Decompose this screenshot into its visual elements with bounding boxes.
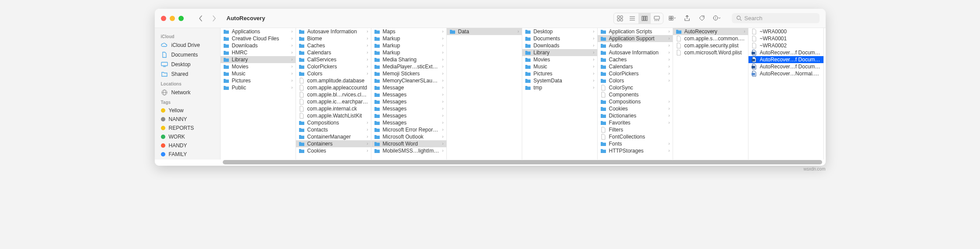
list-item[interactable]: Documents›	[522, 35, 597, 42]
list-item[interactable]: Colors›	[296, 70, 371, 77]
list-item[interactable]: Compositions›	[296, 119, 371, 126]
list-item[interactable]: Calendars›	[598, 63, 673, 70]
list-item[interactable]: ColorPickers›	[296, 63, 371, 70]
list-item[interactable]: Caches›	[296, 42, 371, 49]
list-item[interactable]: Containers›	[296, 140, 371, 147]
list-item[interactable]: Movies›	[522, 56, 597, 63]
list-item[interactable]: MobileSMSS…lightImporter›	[371, 147, 446, 154]
list-item[interactable]: Calendars›	[296, 49, 371, 56]
list-item[interactable]: Contacts›	[296, 126, 371, 133]
list-item[interactable]: Public›	[221, 84, 296, 91]
list-item[interactable]: tmp›	[522, 84, 597, 91]
list-item[interactable]: ~WRA0000	[748, 28, 823, 35]
list-item[interactable]: ~WRA0002	[748, 42, 823, 49]
list-item[interactable]: Pictures›	[221, 77, 296, 84]
list-item[interactable]: Messages›	[371, 105, 446, 112]
list-item[interactable]: ColorSync	[598, 84, 673, 91]
sidebar[interactable]: iCloudiCloud DriveDocumentsDesktopShared…	[155, 28, 221, 160]
list-item[interactable]: Movies›	[221, 63, 296, 70]
list-item[interactable]: Autosave Information›	[598, 49, 673, 56]
list-item[interactable]: Microsoft Error Reporting›	[371, 126, 446, 133]
list-item[interactable]: Filters	[598, 126, 673, 133]
list-item[interactable]: Audio›	[598, 42, 673, 49]
list-item[interactable]: Data›	[447, 28, 522, 35]
list-item[interactable]: Music›	[522, 63, 597, 70]
list-item[interactable]: ~WRA0001	[748, 35, 823, 42]
list-item[interactable]: Media Sharing›	[371, 56, 446, 63]
search-field[interactable]: Search	[732, 13, 820, 23]
column[interactable]: Desktop›Documents›Downloads›Library›Movi…	[522, 28, 598, 160]
list-item[interactable]: com.apple.ic…earchpartyd	[296, 98, 371, 105]
list-item[interactable]: Memoji Stickers›	[371, 70, 446, 77]
sidebar-item[interactable]: NANNY	[155, 115, 220, 124]
tags-button[interactable]	[696, 13, 708, 24]
list-item[interactable]: Fonts›	[598, 140, 673, 147]
list-item[interactable]: CallServices›	[296, 56, 371, 63]
list-item[interactable]: com.apple.internal.ck	[296, 105, 371, 112]
list-item[interactable]: Components	[598, 91, 673, 98]
list-item[interactable]: SystemData›	[522, 77, 597, 84]
list-item[interactable]: Applications›	[221, 28, 296, 35]
column[interactable]: Applications›Creative Cloud Files›Downlo…	[221, 28, 296, 160]
list-item[interactable]: Autosave Information›	[296, 28, 371, 35]
list-item[interactable]: Downloads›	[522, 42, 597, 49]
list-item[interactable]: Microsoft Word›	[371, 140, 446, 147]
list-item[interactable]: Message›	[371, 84, 446, 91]
list-item[interactable]: Messages›	[371, 119, 446, 126]
list-item[interactable]: Library›	[522, 49, 597, 56]
list-item[interactable]: Downloads›	[221, 42, 296, 49]
forward-button[interactable]	[208, 13, 220, 24]
sidebar-item[interactable]: REPORTS	[155, 124, 220, 132]
list-item[interactable]: Markup›	[371, 49, 446, 56]
list-item[interactable]: com.apple.appleaccountd	[296, 84, 371, 91]
sidebar-item[interactable]: Desktop	[155, 60, 220, 69]
list-item[interactable]: Creative Cloud Files›	[221, 35, 296, 42]
horizontal-scrollbar[interactable]	[223, 160, 822, 164]
list-item[interactable]: Markup›	[371, 42, 446, 49]
list-item[interactable]: Caches›	[598, 56, 673, 63]
list-item[interactable]: AutoRecover…Normal.dotm	[748, 70, 823, 77]
column[interactable]: Application Scripts›Application Support›…	[598, 28, 673, 160]
list-item[interactable]: FontCollections	[598, 133, 673, 140]
sidebar-item[interactable]: FAMILY	[155, 150, 220, 159]
gallery-view-button[interactable]	[651, 13, 663, 24]
column[interactable]: ~WRA0000~WRA0001~WRA0002AutoRecover…f Do…	[748, 28, 824, 160]
list-item[interactable]: Favorites›	[598, 119, 673, 126]
sidebar-item[interactable]: Documents	[155, 50, 220, 60]
list-item[interactable]: AutoRecover…f Document1	[748, 49, 823, 56]
list-view-button[interactable]	[626, 13, 638, 24]
list-item[interactable]: com.apple.s…common.plist	[673, 35, 748, 42]
list-item[interactable]: com.amplitude.database	[296, 77, 371, 84]
column[interactable]: Maps›Markup›Markup›Markup›Media Sharing›…	[371, 28, 447, 160]
list-item[interactable]: HTTPStorages›	[598, 147, 673, 154]
list-item[interactable]: Application Scripts›	[598, 28, 673, 35]
list-item[interactable]: Maps›	[371, 28, 446, 35]
group-by-button[interactable]	[666, 13, 678, 24]
list-item[interactable]: Messages›	[371, 91, 446, 98]
list-item[interactable]: AutoRecover…f Document2	[748, 56, 823, 63]
list-item[interactable]: Cookies›	[296, 147, 371, 154]
list-item[interactable]: Dictionaries›	[598, 112, 673, 119]
list-item[interactable]: com.apple.bl…rvices.cloud	[296, 91, 371, 98]
list-item[interactable]: ContainerManager›	[296, 133, 371, 140]
list-item[interactable]: Application Support›	[598, 35, 673, 42]
column[interactable]: AutoRecovery›com.apple.s…common.plistcom…	[673, 28, 748, 160]
list-item[interactable]: Music›	[221, 70, 296, 77]
sidebar-item[interactable]: Yellow	[155, 106, 220, 115]
list-item[interactable]: AutoRecover…f Document3	[748, 63, 823, 70]
list-item[interactable]: MemoryCleanerSLauncher›	[371, 77, 446, 84]
list-item[interactable]: HMRC›	[221, 49, 296, 56]
column[interactable]: Autosave Information›Biome›Caches›Calend…	[296, 28, 371, 160]
list-item[interactable]: ColorPickers›	[598, 70, 673, 77]
list-item[interactable]: com.apple.WatchListKit	[296, 112, 371, 119]
list-item[interactable]: Messages›	[371, 112, 446, 119]
list-item[interactable]: com.apple.security.plist	[673, 42, 748, 49]
list-item[interactable]: Pictures›	[522, 70, 597, 77]
list-item[interactable]: Biome›	[296, 35, 371, 42]
action-button[interactable]	[711, 13, 723, 24]
list-item[interactable]: Cookies›	[598, 105, 673, 112]
column-browser[interactable]: Applications›Creative Cloud Files›Downlo…	[221, 28, 826, 160]
list-item[interactable]: Colors›	[598, 77, 673, 84]
icon-view-button[interactable]	[614, 13, 626, 24]
list-item[interactable]: com.microsoft.Word.plist	[673, 49, 748, 56]
